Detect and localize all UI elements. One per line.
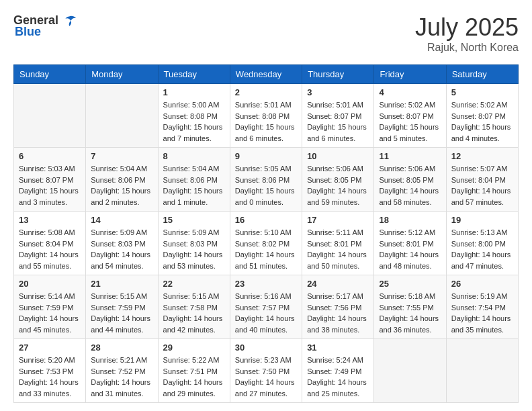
- day-info: Sunrise: 5:08 AM Sunset: 8:04 PM Dayligh…: [19, 227, 81, 271]
- calendar-cell: 31Sunrise: 5:24 AM Sunset: 7:49 PM Dayli…: [302, 339, 374, 403]
- col-header-thursday: Thursday: [302, 65, 374, 84]
- calendar-cell: 25Sunrise: 5:18 AM Sunset: 7:55 PM Dayli…: [374, 275, 446, 339]
- calendar-week-3: 13Sunrise: 5:08 AM Sunset: 8:04 PM Dayli…: [14, 212, 519, 275]
- calendar-cell: 19Sunrise: 5:13 AM Sunset: 8:00 PM Dayli…: [446, 212, 518, 275]
- day-number: 12: [451, 151, 513, 161]
- logo-bird-icon: [61, 14, 77, 28]
- calendar-cell: 6Sunrise: 5:03 AM Sunset: 8:07 PM Daylig…: [14, 148, 86, 212]
- calendar-cell: 10Sunrise: 5:06 AM Sunset: 8:05 PM Dayli…: [302, 148, 374, 212]
- day-info: Sunrise: 5:22 AM Sunset: 7:51 PM Dayligh…: [163, 355, 225, 399]
- day-number: 5: [451, 87, 513, 97]
- calendar-cell: 5Sunrise: 5:02 AM Sunset: 8:07 PM Daylig…: [446, 84, 518, 148]
- day-number: 9: [235, 151, 297, 161]
- col-header-saturday: Saturday: [446, 65, 518, 84]
- calendar-cell: [446, 339, 518, 403]
- col-header-sunday: Sunday: [14, 65, 86, 84]
- day-info: Sunrise: 5:15 AM Sunset: 7:58 PM Dayligh…: [163, 291, 225, 335]
- day-number: 16: [235, 215, 297, 225]
- calendar-table: SundayMondayTuesdayWednesdayThursdayFrid…: [13, 64, 519, 403]
- title-block: July 2025 Rajuk, North Korea: [415, 13, 519, 54]
- col-header-tuesday: Tuesday: [158, 65, 230, 84]
- col-header-friday: Friday: [374, 65, 446, 84]
- calendar-cell: 18Sunrise: 5:12 AM Sunset: 8:01 PM Dayli…: [374, 212, 446, 275]
- month-title: July 2025: [415, 13, 519, 42]
- day-info: Sunrise: 5:18 AM Sunset: 7:55 PM Dayligh…: [379, 291, 441, 335]
- day-number: 19: [451, 215, 513, 225]
- day-number: 28: [91, 342, 152, 353]
- calendar-cell: 17Sunrise: 5:11 AM Sunset: 8:01 PM Dayli…: [302, 212, 374, 275]
- day-number: 8: [163, 151, 225, 161]
- calendar-week-1: 1Sunrise: 5:00 AM Sunset: 8:08 PM Daylig…: [14, 84, 519, 148]
- day-info: Sunrise: 5:04 AM Sunset: 8:06 PM Dayligh…: [163, 163, 225, 208]
- day-info: Sunrise: 5:03 AM Sunset: 8:07 PM Dayligh…: [19, 163, 81, 208]
- day-info: Sunrise: 5:01 AM Sunset: 8:07 PM Dayligh…: [307, 99, 369, 144]
- day-number: 24: [307, 279, 369, 289]
- calendar-cell: 21Sunrise: 5:15 AM Sunset: 7:59 PM Dayli…: [86, 275, 158, 339]
- logo: General Blue: [13, 13, 77, 39]
- day-info: Sunrise: 5:12 AM Sunset: 8:01 PM Dayligh…: [379, 227, 441, 271]
- day-info: Sunrise: 5:10 AM Sunset: 8:02 PM Dayligh…: [235, 227, 297, 271]
- day-info: Sunrise: 5:07 AM Sunset: 8:04 PM Dayligh…: [451, 163, 513, 208]
- calendar-cell: 12Sunrise: 5:07 AM Sunset: 8:04 PM Dayli…: [446, 148, 518, 212]
- calendar-week-2: 6Sunrise: 5:03 AM Sunset: 8:07 PM Daylig…: [14, 148, 519, 212]
- calendar-cell: 13Sunrise: 5:08 AM Sunset: 8:04 PM Dayli…: [14, 212, 86, 275]
- calendar-cell: 16Sunrise: 5:10 AM Sunset: 8:02 PM Dayli…: [230, 212, 302, 275]
- calendar-cell: 23Sunrise: 5:16 AM Sunset: 7:57 PM Dayli…: [230, 275, 302, 339]
- location-text: Rajuk, North Korea: [415, 42, 519, 54]
- day-number: 11: [379, 151, 441, 161]
- day-info: Sunrise: 5:05 AM Sunset: 8:06 PM Dayligh…: [235, 163, 297, 208]
- day-info: Sunrise: 5:00 AM Sunset: 8:08 PM Dayligh…: [163, 99, 225, 144]
- calendar-cell: 8Sunrise: 5:04 AM Sunset: 8:06 PM Daylig…: [158, 148, 230, 212]
- calendar-cell: 20Sunrise: 5:14 AM Sunset: 7:59 PM Dayli…: [14, 275, 86, 339]
- calendar-cell: 3Sunrise: 5:01 AM Sunset: 8:07 PM Daylig…: [302, 84, 374, 148]
- calendar-cell: 1Sunrise: 5:00 AM Sunset: 8:08 PM Daylig…: [158, 84, 230, 148]
- day-info: Sunrise: 5:02 AM Sunset: 8:07 PM Dayligh…: [451, 99, 513, 144]
- calendar-cell: 9Sunrise: 5:05 AM Sunset: 8:06 PM Daylig…: [230, 148, 302, 212]
- day-number: 21: [91, 279, 152, 289]
- calendar-cell: 28Sunrise: 5:21 AM Sunset: 7:52 PM Dayli…: [86, 339, 158, 403]
- logo-blue-text: Blue: [15, 25, 41, 39]
- calendar-cell: 22Sunrise: 5:15 AM Sunset: 7:58 PM Dayli…: [158, 275, 230, 339]
- calendar-week-5: 27Sunrise: 5:20 AM Sunset: 7:53 PM Dayli…: [14, 339, 519, 403]
- day-number: 7: [91, 151, 152, 161]
- calendar-cell: [86, 84, 158, 148]
- day-number: 1: [163, 87, 225, 97]
- day-info: Sunrise: 5:16 AM Sunset: 7:57 PM Dayligh…: [235, 291, 297, 335]
- calendar-cell: 2Sunrise: 5:01 AM Sunset: 8:08 PM Daylig…: [230, 84, 302, 148]
- day-number: 17: [307, 215, 369, 225]
- calendar-cell: 14Sunrise: 5:09 AM Sunset: 8:03 PM Dayli…: [86, 212, 158, 275]
- col-header-wednesday: Wednesday: [230, 65, 302, 84]
- day-number: 27: [19, 342, 81, 353]
- day-number: 15: [163, 215, 225, 225]
- day-info: Sunrise: 5:11 AM Sunset: 8:01 PM Dayligh…: [307, 227, 369, 271]
- calendar-cell: [14, 84, 86, 148]
- day-info: Sunrise: 5:13 AM Sunset: 8:00 PM Dayligh…: [451, 227, 513, 271]
- day-number: 14: [91, 215, 152, 225]
- day-number: 6: [19, 151, 81, 161]
- day-info: Sunrise: 5:09 AM Sunset: 8:03 PM Dayligh…: [163, 227, 225, 271]
- calendar-cell: 29Sunrise: 5:22 AM Sunset: 7:51 PM Dayli…: [158, 339, 230, 403]
- calendar-cell: 27Sunrise: 5:20 AM Sunset: 7:53 PM Dayli…: [14, 339, 86, 403]
- day-info: Sunrise: 5:17 AM Sunset: 7:56 PM Dayligh…: [307, 291, 369, 335]
- day-number: 18: [379, 215, 441, 225]
- page-header: General Blue July 2025 Rajuk, North Kore…: [13, 13, 519, 54]
- day-info: Sunrise: 5:01 AM Sunset: 8:08 PM Dayligh…: [235, 99, 297, 144]
- day-info: Sunrise: 5:15 AM Sunset: 7:59 PM Dayligh…: [91, 291, 152, 335]
- day-info: Sunrise: 5:21 AM Sunset: 7:52 PM Dayligh…: [91, 355, 152, 399]
- calendar-week-4: 20Sunrise: 5:14 AM Sunset: 7:59 PM Dayli…: [14, 275, 519, 339]
- col-header-monday: Monday: [86, 65, 158, 84]
- calendar-cell: 26Sunrise: 5:19 AM Sunset: 7:54 PM Dayli…: [446, 275, 518, 339]
- day-number: 20: [19, 279, 81, 289]
- calendar-cell: [374, 339, 446, 403]
- day-number: 25: [379, 279, 441, 289]
- day-number: 23: [235, 279, 297, 289]
- calendar-cell: 24Sunrise: 5:17 AM Sunset: 7:56 PM Dayli…: [302, 275, 374, 339]
- calendar-cell: 7Sunrise: 5:04 AM Sunset: 8:06 PM Daylig…: [86, 148, 158, 212]
- day-info: Sunrise: 5:04 AM Sunset: 8:06 PM Dayligh…: [91, 163, 152, 208]
- day-number: 30: [235, 342, 297, 353]
- day-info: Sunrise: 5:14 AM Sunset: 7:59 PM Dayligh…: [19, 291, 81, 335]
- day-info: Sunrise: 5:02 AM Sunset: 8:07 PM Dayligh…: [379, 99, 441, 144]
- calendar-header-row: SundayMondayTuesdayWednesdayThursdayFrid…: [14, 65, 519, 84]
- day-number: 3: [307, 87, 369, 97]
- day-number: 26: [451, 279, 513, 289]
